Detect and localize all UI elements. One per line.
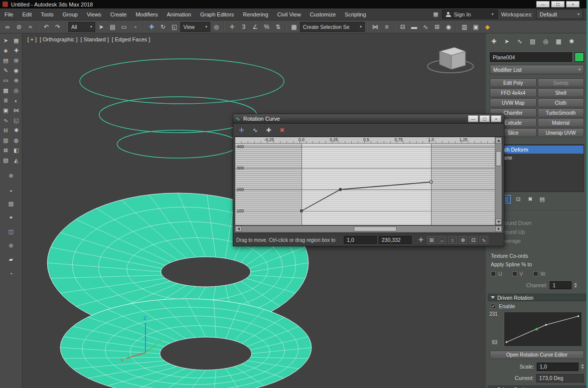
- edit-named-selection-sets-icon[interactable]: ▦: [289, 21, 299, 32]
- curve-editor-icon[interactable]: ∿: [420, 21, 431, 32]
- remove-modifier-icon[interactable]: ✖: [526, 195, 535, 203]
- key-value-field[interactable]: 230,332: [379, 236, 412, 244]
- left-tool-b4-icon[interactable]: ✦: [6, 213, 16, 222]
- rendered-frame-window-icon[interactable]: ▣: [470, 21, 481, 32]
- motion-tab-icon[interactable]: ◎: [542, 37, 550, 46]
- horizontal-scroll-thumb[interactable]: [354, 226, 397, 231]
- pan-icon[interactable]: ✛: [417, 236, 426, 244]
- menu-civil-view[interactable]: Civil View: [273, 8, 305, 20]
- select-and-move-icon[interactable]: ✚: [146, 21, 157, 32]
- left-tool-10-icon[interactable]: ⊕: [11, 76, 21, 85]
- rotation-curve-canvas[interactable]: [235, 144, 495, 225]
- undo-icon[interactable]: ↶: [41, 21, 52, 32]
- average-option[interactable]: Average: [494, 238, 584, 244]
- unlink-selection-icon[interactable]: ⊘: [13, 21, 24, 32]
- vertical-scrollbar[interactable]: [495, 137, 502, 225]
- render-setup-icon[interactable]: ▥: [459, 21, 470, 32]
- window-crossing-toggle-icon[interactable]: ▫: [130, 21, 141, 32]
- enable-checkbox[interactable]: ✓: [491, 304, 496, 309]
- rotation-curve-preview[interactable]: [504, 312, 582, 347]
- dialog-minimize-button[interactable]: —: [468, 115, 478, 122]
- menu-tools[interactable]: Tools: [36, 8, 58, 20]
- driven-scale-header[interactable]: Driven Scale: [488, 386, 586, 388]
- left-tool-16-icon[interactable]: ⋈: [11, 106, 21, 115]
- menu-file[interactable]: File: [0, 8, 18, 20]
- left-tool-25-icon[interactable]: ▧: [1, 156, 11, 165]
- percent-snap-toggle-icon[interactable]: %: [261, 21, 272, 32]
- scale-field[interactable]: 1,0: [537, 363, 579, 371]
- zoom-horizontal-extents-icon[interactable]: ↔: [438, 236, 446, 244]
- spin-up-icon[interactable]: [574, 283, 577, 285]
- left-tool-24-icon[interactable]: ◧: [11, 146, 21, 155]
- dialog-titlebar[interactable]: ∿ Rotation Curve —▢×: [233, 114, 504, 124]
- rectangular-selection-region-icon[interactable]: ▭: [119, 21, 130, 32]
- left-tool-8-icon[interactable]: ◉: [11, 66, 21, 75]
- ffd-4x4x4-button[interactable]: FFD 4x4x4: [490, 88, 537, 97]
- scroll-down-button[interactable]: [495, 218, 502, 225]
- uvw-map-button[interactable]: UVW Map: [490, 98, 537, 107]
- left-tool-1-icon[interactable]: ➤: [1, 36, 11, 45]
- scroll-left-button[interactable]: [235, 226, 242, 232]
- left-tool-b3-icon[interactable]: ▨: [6, 199, 16, 208]
- move-keys-icon[interactable]: ✛: [237, 125, 247, 135]
- selection-filter-dropdown[interactable]: All▾: [68, 22, 95, 32]
- select-object-icon[interactable]: ➤: [96, 21, 107, 32]
- add-point-icon[interactable]: ✚: [264, 125, 274, 135]
- menu-group[interactable]: Group: [58, 8, 82, 20]
- viewport-pov-menu[interactable]: [ Orthographic ]: [40, 36, 78, 42]
- make-unique-icon[interactable]: ⊡: [514, 195, 523, 203]
- open-rotation-curve-editor-button[interactable]: Open Rotation Curve Editor: [490, 351, 584, 359]
- left-tool-14-icon[interactable]: ◐: [11, 96, 21, 105]
- delete-point-icon[interactable]: ✖: [277, 125, 287, 135]
- utilities-tab-icon[interactable]: ✱: [568, 37, 576, 46]
- left-tool-23-icon[interactable]: ⊠: [1, 146, 11, 155]
- isolate-curve-icon[interactable]: ∿: [479, 236, 488, 244]
- modify-tab-icon[interactable]: ∿: [516, 37, 524, 46]
- schematic-view-icon[interactable]: ⊞: [432, 21, 442, 32]
- helix-wireframe[interactable]: [117, 130, 239, 158]
- configure-modifier-sets-icon[interactable]: ▤: [538, 195, 547, 203]
- stack-item-plane[interactable]: Plane: [490, 154, 584, 162]
- menu-animation[interactable]: Animation: [162, 8, 196, 20]
- left-tool-4-icon[interactable]: ✚: [11, 46, 21, 55]
- angle-snap-toggle-icon[interactable]: ∠: [250, 21, 261, 32]
- maximize-button[interactable]: ▢: [551, 1, 565, 7]
- sign-in-button[interactable]: Sign In ▾: [442, 9, 498, 19]
- reference-coordinate-system-dropdown[interactable]: View▾: [180, 22, 210, 32]
- viewport-style-menu[interactable]: [ Standard ]: [80, 36, 109, 42]
- left-tool-26-icon[interactable]: ◭: [11, 156, 21, 165]
- select-and-link-icon[interactable]: ∞: [2, 21, 13, 32]
- round-down-option[interactable]: Round Down: [494, 220, 584, 226]
- align-icon[interactable]: ≡: [381, 21, 392, 32]
- left-tool-7-icon[interactable]: ✎: [1, 66, 11, 75]
- toggle-ribbon-icon[interactable]: ▬: [409, 21, 420, 32]
- zoom-icon[interactable]: ⊕: [458, 236, 467, 244]
- driven-rotation-header[interactable]: Driven Rotation: [488, 294, 586, 301]
- menu-create[interactable]: Create: [106, 8, 131, 20]
- channel-field[interactable]: 1: [550, 281, 572, 289]
- scroll-up-button[interactable]: [495, 137, 502, 144]
- redo-icon[interactable]: ↷: [52, 21, 63, 32]
- toggle-scene-explorer-icon[interactable]: ⊟: [397, 21, 408, 32]
- menu-scripting[interactable]: Scripting: [340, 8, 371, 20]
- minimize-button[interactable]: —: [536, 1, 550, 7]
- scroll-right-button[interactable]: [495, 226, 502, 232]
- create-tab-icon[interactable]: ➤: [503, 37, 511, 46]
- spinner-icon[interactable]: [574, 283, 577, 288]
- rotation-curve-line[interactable]: [301, 182, 431, 211]
- curve-graph-main[interactable]: -0,250,00,250,50,751,01,25 400300200100: [235, 137, 495, 225]
- render-production-icon[interactable]: ◆: [482, 21, 493, 32]
- left-tool-9-icon[interactable]: ▭: [1, 76, 11, 85]
- mirror-icon[interactable]: ⋈: [370, 21, 381, 32]
- spin-up-icon[interactable]: [581, 364, 584, 366]
- add-icon[interactable]: ✚: [490, 37, 498, 46]
- dialog-maximize-button[interactable]: ▢: [479, 115, 490, 122]
- select-by-name-icon[interactable]: ▤: [107, 21, 118, 32]
- menu-rendering[interactable]: Rendering: [239, 8, 273, 20]
- curve-plot-area[interactable]: 400300200100: [235, 144, 495, 225]
- bind-to-space-warp-icon[interactable]: ≈: [25, 21, 36, 32]
- left-tool-13-icon[interactable]: ≣: [1, 96, 11, 105]
- menu-customize[interactable]: Customize: [305, 8, 340, 20]
- spin-down-icon[interactable]: [574, 286, 577, 288]
- workspace-dropdown[interactable]: Default ▾: [536, 9, 583, 19]
